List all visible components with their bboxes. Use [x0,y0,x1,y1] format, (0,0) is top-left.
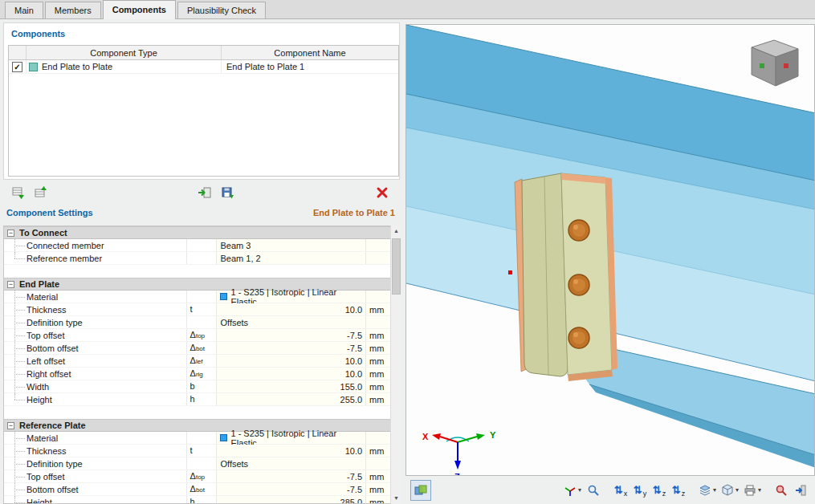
setting-row: Bottom offsetΔbot-7.5mm [4,483,390,496]
setting-row: Reference memberBeam 1, 2 [4,252,390,265]
view-z-button[interactable]: ⇅z [650,480,669,501]
find-button[interactable] [772,480,791,501]
exit-button[interactable] [791,480,810,501]
setting-value[interactable]: 10.0 [217,445,366,457]
setting-value[interactable]: Beam 1, 2 [217,252,366,264]
setting-unit: mm [366,380,390,392]
cube-axis-marker-red [784,63,789,68]
setting-symbol: Δrig [187,368,218,380]
collapse-icon[interactable]: − [7,230,14,237]
setting-label: Width [26,380,187,392]
insert-component-button[interactable] [31,182,51,202]
zoom-window-button[interactable] [584,480,603,501]
setting-unit [366,291,390,303]
dropdown-arrow-icon: ▾ [758,486,761,494]
setting-symbol [187,316,218,328]
cube-axis-marker-green [760,63,764,68]
collapse-icon[interactable]: − [7,422,14,429]
scroll-up-button[interactable]: ▲ [391,226,401,237]
setting-row: Heighth285.0mm [4,496,390,504]
collapse-icon[interactable]: − [7,281,14,288]
components-table: Component Type Component Name ✓End Plate… [8,45,399,177]
setting-row: Right offsetΔrig10.0mm [4,368,390,380]
setting-value[interactable]: -7.5 [217,342,366,354]
setting-value[interactable]: -7.5 [217,329,366,341]
material-color-icon [220,434,227,441]
application-window: { "tabs": { "items": [ {"label": "Main",… [0,0,815,504]
dropdown-arrow-icon: ▾ [713,486,716,494]
setting-unit [366,239,390,251]
visibility-dropdown[interactable]: ▾ [696,480,719,501]
setting-row: Material1 - S235 | Isotropic | Linear El… [4,432,390,445]
setting-value[interactable]: Beam 3 [217,239,366,251]
render-mode-button[interactable] [410,480,431,501]
node-marker[interactable] [508,270,512,274]
scroll-thumb[interactable] [392,238,401,295]
setting-row: Top offsetΔtop-7.5mm [4,470,390,483]
settings-scrollbar[interactable]: ▲ ▼ [390,226,401,504]
clipping-box-dropdown[interactable]: ▾ [719,480,741,501]
setting-value[interactable]: -7.5 [217,470,366,482]
tab-main[interactable]: Main [5,2,43,18]
setting-symbol: Δbot [187,483,218,495]
end-plate-graphic[interactable] [515,173,617,381]
setting-value[interactable]: 10.0 [217,303,366,315]
updown-arrow-icon: ⇅ [634,485,642,495]
setting-symbol [187,291,218,303]
setting-unit: mm [366,303,390,315]
setting-symbol [187,252,218,264]
setting-label: Top offset [26,470,187,482]
navigation-cube[interactable] [742,36,806,92]
setting-row: Thicknesst10.0mm [4,303,390,316]
setting-label: Top offset [26,329,187,341]
setting-unit: mm [366,355,390,367]
coordinate-system-dropdown[interactable]: ▾ [561,480,584,501]
checkbox-column-header [9,46,26,59]
component-type-label: End Plate to Plate [42,62,112,71]
setting-value[interactable]: Offsets [217,457,366,469]
updown-arrow-icon: ⇅ [672,485,681,495]
save-to-library-button[interactable] [217,182,237,202]
delete-all-components-button[interactable] [372,182,392,202]
components-panel-title: Components [11,29,65,39]
end-plate-type-icon [29,63,38,71]
setting-value[interactable]: -7.5 [217,483,366,495]
setting-value[interactable]: 285.0 [217,496,366,504]
setting-symbol: Δtop [187,470,218,482]
setting-value[interactable]: 1 - S235 | Isotropic | Linear Elastic [217,291,366,303]
component-name-label: End Plate to Plate 1 [226,62,304,71]
view-x-button[interactable]: ⇅x [611,480,630,501]
setting-value[interactable]: 1 - S235 | Isotropic | Linear Elastic [217,432,366,444]
setting-row: Definition typeOffsets [4,457,390,470]
tab-components[interactable]: Components [103,0,176,19]
scroll-down-button[interactable]: ▼ [391,493,401,504]
tab-plausibility-check[interactable]: Plausibility Check [177,2,266,18]
component-checkbox[interactable]: ✓ [12,62,22,72]
setting-value[interactable]: 155.0 [217,380,366,392]
view-y-button[interactable]: ⇅y [630,480,650,501]
x-axis-label: X [422,432,429,441]
3d-viewport[interactable]: X Y Z [405,24,815,476]
component-row[interactable]: ✓End Plate to PlateEnd Plate to Plate 1 [9,60,398,74]
tab-members[interactable]: Members [45,2,101,18]
setting-value[interactable]: 10.0 [217,368,366,380]
setting-label: Height [26,393,187,405]
updown-arrow-icon: ⇅ [614,485,623,495]
import-from-library-button[interactable] [194,182,214,202]
model-view[interactable] [406,25,815,476]
setting-label: Thickness [26,303,187,315]
setting-value[interactable]: Offsets [217,316,366,328]
setting-symbol [187,239,218,251]
selected-component-label: End Plate to Plate 1 [313,208,395,217]
setting-value[interactable]: 10.0 [217,355,366,367]
view-minus-z-button[interactable]: ⇅z [669,480,688,501]
setting-unit: mm [366,329,390,341]
setting-unit [366,316,390,328]
settings-group-header[interactable]: −To Connect [4,226,390,239]
setting-unit [366,457,390,469]
new-component-button[interactable] [8,182,28,202]
setting-symbol: Δlef [187,355,218,367]
setting-value[interactable]: 255.0 [217,393,366,405]
print-dropdown[interactable]: ▾ [741,480,764,501]
setting-label: Thickness [26,445,187,457]
